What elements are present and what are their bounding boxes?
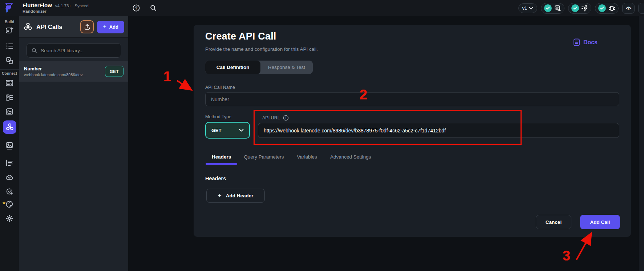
lightning-icon [582,5,588,12]
api-item-name: Number [24,66,105,71]
flutterflow-logo-icon[interactable] [4,2,15,14]
debug-status-pill[interactable] [595,3,619,14]
sidebar-item-widgets[interactable] [5,26,14,34]
method-type-select[interactable]: GET [205,122,250,139]
project-name: Randomizer [23,9,89,14]
add-header-button[interactable]: + Add Header [206,189,265,203]
sidebar-item-components[interactable] [5,56,14,65]
sidebar-item-page-structure[interactable] [5,42,14,50]
plus-icon: + [218,192,222,200]
svg-text:?: ? [135,6,137,10]
info-glyph: i [285,116,286,120]
chevron-down-icon [529,7,533,10]
api-fan-icon [23,22,33,32]
code-icon: </> [626,6,631,11]
sidebar-item-settings[interactable] [5,214,14,223]
check-icon [598,4,606,12]
api-search-box[interactable] [27,43,121,58]
sidebar-item-database[interactable] [5,79,14,87]
cancel-button[interactable]: Cancel [536,215,571,229]
sidebar-item-data-types[interactable] [5,93,14,102]
tab-query-parameters[interactable]: Query Parameters [237,151,290,165]
dialog-title: Create API Call [205,31,276,42]
upload-icon [84,24,90,30]
import-api-button[interactable] [80,20,94,33]
project-title-block: FlutterFlow v4.1.73+ Synced Randomizer [23,2,89,14]
connect-section-label: Connect [0,71,19,75]
app-name: FlutterFlow [23,2,52,8]
help-icon[interactable]: ? [132,4,140,12]
build-section-label: Build [0,20,19,24]
add-header-label: Add Header [226,193,254,198]
search-icon [31,48,37,54]
api-search-input[interactable] [41,48,117,53]
annotation-step-2: 2 [360,87,367,103]
search-icon[interactable] [150,4,157,12]
branch-label: v1 [522,6,527,11]
annotation-arrow-3 [576,234,591,260]
method-type-value: GET [211,128,222,133]
sidebar-item-media-assets[interactable] [5,141,14,150]
code-view-button[interactable]: </> [622,3,635,14]
sidebar-item-api-calls[interactable] [3,120,16,134]
definition-tab-switch: Call Definition Response & Test [205,61,313,74]
docs-link[interactable]: Docs [573,38,598,46]
dialog-subtitle: Provide the name and configuration for t… [205,46,318,52]
actions-status-pill[interactable] [568,3,591,14]
info-icon[interactable]: i [283,115,289,121]
create-api-call-dialog: Create API Call Provide the name and con… [194,25,631,237]
check-icon [544,4,552,12]
annotation-step-3: 3 [563,248,570,264]
top-bar: FlutterFlow v4.1.73+ Synced Randomizer ?… [0,0,644,16]
annotation-step-1: 1 [163,69,171,85]
check-icon [571,4,579,12]
api-call-name-input[interactable] [205,92,619,106]
tab-headers[interactable]: Headers [206,151,237,165]
sidebar-item-app-details[interactable] [5,159,14,167]
comments-icon [554,5,561,12]
api-call-name-label: API Call Name [205,85,235,90]
api-list-item[interactable]: Number webhook.latenode.com/8986/dev... … [19,61,128,82]
api-url-input[interactable] [258,123,619,138]
method-type-label: Method Type [205,114,231,119]
api-url-label: API URL [262,115,280,120]
star-badge-icon: ★ [2,201,6,205]
docs-label: Docs [583,39,598,46]
annotation-arrow-1 [177,81,190,89]
config-tabs: Headers Query Parameters Variables Advan… [205,151,377,165]
api-calls-panel: API Calls + Add Number webhook.latenode.… [19,16,128,271]
plus-icon: + [103,24,106,30]
chevron-down-icon [239,129,244,132]
method-badge: GET [105,66,123,77]
headers-section-title: Headers [205,176,226,181]
sidebar-item-theme[interactable] [5,200,14,209]
sidebar-item-tests[interactable] [5,187,14,196]
tab-advanced-settings[interactable]: Advanced Settings [324,151,378,165]
api-fan-icon [5,123,14,132]
api-url-label-row: API URL i [262,115,289,121]
tab-call-definition[interactable]: Call Definition [205,61,260,74]
panel-title: API Calls [36,24,62,30]
tab-response-test[interactable]: Response & Test [260,61,313,74]
sync-status: Synced [74,4,88,8]
docs-icon [573,38,580,46]
topbar-partial-button[interactable] [638,3,644,14]
sidebar-divider [0,69,19,70]
nav-sidebar: Build Connect [0,16,19,271]
tab-variables[interactable]: Variables [291,151,324,165]
review-status-pill[interactable] [541,3,564,14]
add-call-button[interactable]: Add Call [580,215,620,229]
sidebar-item-app-assets[interactable] [5,107,14,116]
api-item-url: webhook.latenode.com/8986/dev... [24,73,105,77]
add-api-call-button[interactable]: + Add [97,21,124,33]
branch-selector[interactable]: v1 [518,3,537,13]
bug-icon [608,5,615,12]
api-calls-panel-header: API Calls + Add [19,16,128,38]
version-label: v4.1.73+ [55,4,71,8]
right-edge-strip [639,16,644,271]
add-button-label: Add [109,24,118,30]
sidebar-item-cloud-functions[interactable] [5,173,14,182]
topbar-right-controls: v1 [518,0,643,16]
